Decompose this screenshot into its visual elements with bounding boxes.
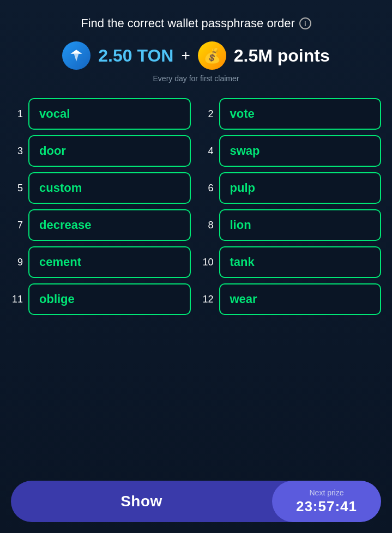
coin-badge-icon: 💰: [198, 41, 226, 70]
next-prize-label: Next prize: [309, 488, 343, 497]
word-box[interactable]: swap: [219, 135, 382, 167]
next-prize-section: Next prize 23:57:41: [272, 481, 381, 522]
prize-row: 2.50 TON + 💰 2.5M points: [62, 41, 330, 70]
app-container: Find the correct wallet passphrase order…: [0, 0, 392, 533]
bottom-bar: Show Next prize 23:57:41: [11, 481, 381, 522]
word-number: 5: [11, 183, 23, 194]
word-item[interactable]: 7decrease: [11, 209, 191, 241]
word-item[interactable]: 12wear: [202, 283, 382, 315]
word-box[interactable]: pulp: [219, 172, 382, 204]
word-box[interactable]: custom: [28, 172, 191, 204]
word-item[interactable]: 10tank: [202, 246, 382, 278]
word-number: 10: [202, 257, 214, 268]
word-number: 8: [202, 220, 214, 231]
word-number: 6: [202, 183, 214, 194]
word-item[interactable]: 11oblige: [11, 283, 191, 315]
word-number: 7: [11, 220, 23, 231]
ton-amount: 2.50 TON: [98, 46, 173, 66]
word-number: 9: [11, 257, 23, 268]
word-number: 4: [202, 146, 214, 157]
word-box[interactable]: tank: [219, 246, 382, 278]
word-number: 2: [202, 108, 214, 120]
word-number: 1: [11, 108, 23, 120]
ton-badge-icon: [62, 41, 91, 70]
word-item[interactable]: 6pulp: [202, 172, 382, 204]
points-amount: 2.5M points: [234, 46, 330, 66]
word-number: 12: [202, 294, 214, 305]
prize-subtitle: Every day for first claimer: [153, 74, 239, 83]
word-box[interactable]: lion: [219, 209, 382, 241]
next-prize-timer: 23:57:41: [296, 498, 357, 515]
word-item[interactable]: 9cement: [11, 246, 191, 278]
word-item[interactable]: 3door: [11, 135, 191, 167]
word-item[interactable]: 5custom: [11, 172, 191, 204]
word-box[interactable]: decrease: [28, 209, 191, 241]
word-number: 11: [11, 294, 23, 305]
word-number: 3: [11, 146, 23, 157]
word-box[interactable]: oblige: [28, 283, 191, 315]
word-box[interactable]: door: [28, 135, 191, 167]
plus-sign: +: [181, 47, 190, 64]
word-box[interactable]: wear: [219, 283, 382, 315]
word-item[interactable]: 4swap: [202, 135, 382, 167]
word-item[interactable]: 2vote: [202, 98, 382, 130]
show-button[interactable]: Show: [11, 481, 272, 522]
info-icon[interactable]: i: [299, 17, 311, 29]
word-item[interactable]: 8lion: [202, 209, 382, 241]
header-title-text: Find the correct wallet passphrase order: [81, 16, 295, 31]
words-grid: 1vocal2vote3door4swap5custom6pulp7decrea…: [11, 98, 381, 315]
header-title: Find the correct wallet passphrase order…: [81, 16, 311, 31]
word-box[interactable]: cement: [28, 246, 191, 278]
word-box[interactable]: vote: [219, 98, 382, 130]
word-box[interactable]: vocal: [28, 98, 191, 130]
word-item[interactable]: 1vocal: [11, 98, 191, 130]
